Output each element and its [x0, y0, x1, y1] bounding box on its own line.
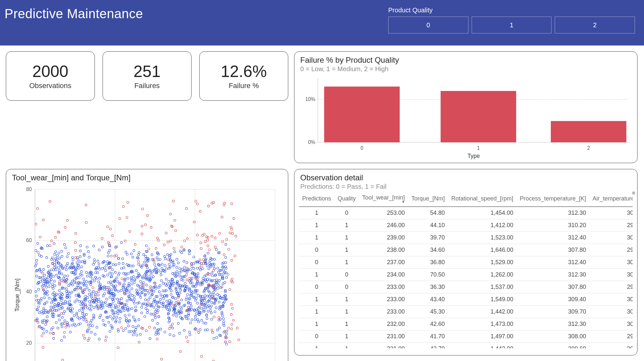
- svg-point-725: [133, 250, 135, 252]
- svg-point-189: [210, 318, 213, 320]
- svg-point-1408: [125, 327, 127, 329]
- svg-point-744: [50, 302, 53, 304]
- svg-point-745: [223, 321, 225, 323]
- svg-point-504: [127, 277, 129, 279]
- svg-point-1501: [62, 359, 64, 361]
- table-row[interactable]: 11246.0044.101,412.00310.20299.00: [299, 219, 633, 232]
- svg-point-1552: [169, 213, 172, 215]
- table-row[interactable]: 11233.0045.301,442.00309.70301.80: [299, 306, 633, 318]
- svg-point-328: [141, 303, 143, 305]
- svg-point-1211: [78, 318, 80, 320]
- column-header[interactable]: Predictions: [299, 192, 334, 207]
- svg-point-1545: [66, 219, 68, 222]
- svg-point-1438: [230, 314, 233, 316]
- svg-point-192: [183, 260, 185, 263]
- svg-point-37: [68, 296, 71, 298]
- svg-point-1342: [122, 329, 125, 332]
- svg-point-929: [46, 330, 48, 332]
- svg-point-1344: [217, 284, 220, 287]
- svg-point-1606: [236, 327, 239, 329]
- svg-point-258: [65, 288, 68, 290]
- svg-point-1636: [58, 284, 61, 286]
- svg-point-897: [37, 321, 39, 324]
- svg-point-1118: [160, 294, 162, 296]
- table-cell: 233.00: [359, 281, 408, 293]
- svg-point-584: [68, 300, 71, 303]
- table-cell: 1: [334, 219, 359, 232]
- slicer-option-2[interactable]: 2: [555, 17, 635, 33]
- observation-table: PredictionsQualityTool_wear_[min]▼Torque…: [299, 192, 633, 348]
- slicer-option-1[interactable]: 1: [472, 17, 552, 33]
- svg-point-690: [72, 284, 74, 286]
- table-cell: 237.00: [359, 256, 408, 269]
- svg-point-1478: [121, 278, 123, 280]
- svg-point-885: [144, 316, 146, 318]
- table-row[interactable]: 01237.0036.801,529.00312.40302.80: [299, 256, 633, 269]
- observation-table-panel[interactable]: Observation detail Predictions: 0 = Pass…: [294, 169, 638, 355]
- svg-point-562: [226, 276, 228, 278]
- svg-point-1030: [65, 247, 67, 249]
- svg-point-1331: [50, 269, 53, 271]
- column-header[interactable]: Torque_[Nm]: [408, 192, 448, 207]
- table-cell: 1,262.00: [448, 269, 516, 281]
- svg-point-1532: [42, 346, 44, 349]
- column-header[interactable]: Rotational_speed_[rpm]: [448, 192, 516, 207]
- table-cell: 1: [334, 293, 359, 306]
- svg-point-1183: [165, 307, 167, 309]
- svg-point-1455: [186, 279, 188, 281]
- table-cell: 307.80: [516, 244, 589, 256]
- svg-point-266: [172, 314, 175, 316]
- slicer-option-0[interactable]: 0: [388, 17, 468, 33]
- svg-point-150: [64, 300, 67, 303]
- svg-point-881: [168, 256, 171, 258]
- svg-point-1585: [230, 226, 232, 228]
- column-header[interactable]: Air_temperature_[K]: [589, 192, 633, 207]
- svg-point-413: [150, 286, 152, 288]
- svg-point-246: [83, 278, 85, 280]
- svg-point-1051: [43, 268, 45, 271]
- table-row[interactable]: 01238.0034.601,646.00307.80296.70: [299, 244, 633, 256]
- table-cell: 232.00: [359, 318, 408, 330]
- svg-point-1483: [172, 304, 175, 306]
- svg-point-402: [152, 276, 155, 278]
- scatter-chart-panel[interactable]: Tool_wear_[min] and Torque_[Nm] 01002003…: [6, 169, 288, 361]
- svg-point-1633: [171, 323, 174, 325]
- column-header[interactable]: Quality: [334, 192, 359, 207]
- table-cell: 42.60: [408, 318, 448, 330]
- svg-point-1440: [180, 351, 182, 353]
- svg-point-564: [179, 272, 181, 274]
- svg-point-1115: [154, 264, 156, 266]
- table-row[interactable]: 01231.0041.701,497.00308.00296.80: [299, 330, 633, 343]
- svg-point-535: [64, 275, 66, 277]
- svg-point-1646: [127, 201, 129, 204]
- svg-point-1527: [228, 248, 230, 251]
- svg-point-796: [71, 308, 74, 310]
- svg-point-1148: [132, 265, 134, 267]
- svg-point-1255: [162, 303, 164, 305]
- table-row[interactable]: 11231.0042.701,443.00309.60301.80: [299, 343, 633, 349]
- svg-point-471: [136, 289, 138, 291]
- svg-point-697: [166, 268, 168, 270]
- svg-point-72: [212, 331, 214, 333]
- column-header[interactable]: Tool_wear_[min]▼: [359, 192, 408, 207]
- svg-point-367: [133, 302, 135, 304]
- svg-point-795: [213, 258, 216, 261]
- svg-point-1418: [86, 329, 89, 332]
- svg-point-974: [177, 322, 180, 325]
- svg-point-740: [45, 323, 47, 326]
- svg-point-888: [93, 245, 95, 247]
- bar-chart-panel[interactable]: Failure % by Product Quality 0 = Low, 1 …: [294, 51, 638, 163]
- table-row[interactable]: 10253.0054.801,454.00312.30302.60: [299, 207, 633, 219]
- svg-point-774: [80, 245, 82, 247]
- svg-point-681: [179, 332, 181, 334]
- table-row[interactable]: 11233.0043.401,549.00309.40300.60: [299, 293, 633, 306]
- column-header[interactable]: Process_temperature_[K]: [516, 192, 589, 207]
- table-row[interactable]: 10234.0070.501,262.00312.30302.80: [299, 269, 633, 281]
- table-row[interactable]: 00233.0036.301,537.00307.80296.70: [299, 281, 633, 293]
- table-row[interactable]: 11232.0042.601,473.00312.30302.80: [299, 318, 633, 330]
- svg-point-1251: [201, 263, 203, 265]
- table-cell: 246.00: [359, 219, 408, 232]
- table-cell: 307.80: [516, 281, 589, 293]
- svg-point-908: [134, 320, 136, 322]
- table-row[interactable]: 11239.0039.701,523.00312.40302.80: [299, 232, 633, 244]
